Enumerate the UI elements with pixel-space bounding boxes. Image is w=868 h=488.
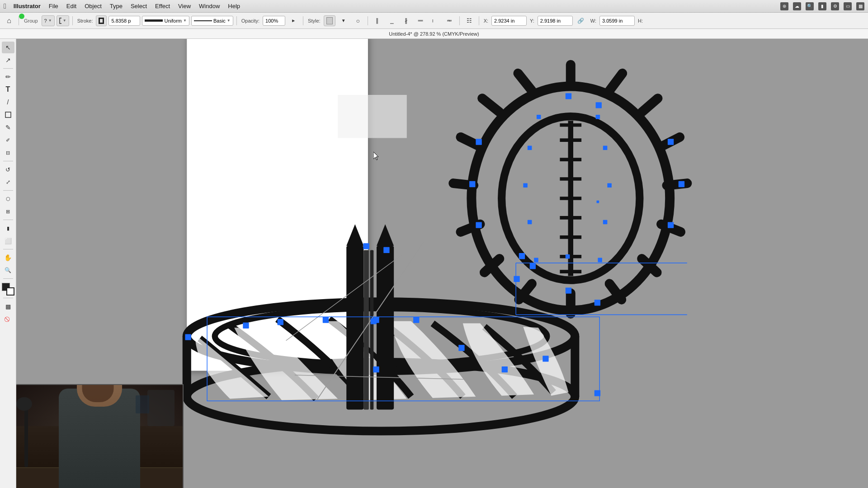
search-icon[interactable]: 🔍 xyxy=(806,2,814,10)
link-proportions-btn[interactable]: 🔗 xyxy=(575,15,587,27)
tool-sep-1 xyxy=(3,68,13,69)
graph-btn[interactable]: ▮ xyxy=(2,222,14,234)
tool-sep-2 xyxy=(3,161,13,161)
svg-rect-72 xyxy=(323,317,329,323)
tool-sep-5 xyxy=(3,249,13,249)
svg-rect-76 xyxy=(502,366,508,372)
battery-icon: ▮ xyxy=(818,2,826,10)
pencil-btn[interactable]: ✐ xyxy=(2,134,14,146)
artboard-btn[interactable]: ⬜ xyxy=(2,235,14,247)
menu-illustrator[interactable]: Illustrator xyxy=(10,2,44,10)
menu-help[interactable]: Help xyxy=(224,2,244,10)
rect-tool-btn[interactable] xyxy=(2,109,14,121)
svg-rect-81 xyxy=(363,243,369,249)
svg-rect-50 xyxy=(469,181,475,187)
opacity-more-btn[interactable]: ► xyxy=(287,15,300,27)
controls-icon[interactable]: ▭ xyxy=(844,2,852,10)
svg-rect-84 xyxy=(373,366,379,372)
toolbar-sep-3 xyxy=(236,16,237,25)
selection-tool-btn[interactable]: ↖ xyxy=(2,42,14,53)
align-top-btn[interactable]: ∥ xyxy=(415,14,427,27)
stroke-label: Stroke: xyxy=(76,18,94,23)
appearance-btn[interactable]: ○ xyxy=(352,15,364,27)
recording-indicator xyxy=(19,14,24,19)
tool-sep-3 xyxy=(3,190,13,191)
stroke-weight-input[interactable]: 5.8358 p xyxy=(108,16,140,26)
menu-type[interactable]: Type xyxy=(106,2,126,10)
stroke-color-btn[interactable] xyxy=(96,15,107,26)
svg-rect-66 xyxy=(537,115,541,119)
svg-rect-64 xyxy=(528,146,532,150)
svg-rect-60 xyxy=(528,220,532,225)
settings-icon[interactable]: ⚙ xyxy=(831,2,839,10)
align-right-btn[interactable]: ∦ xyxy=(400,15,413,27)
svg-rect-0 xyxy=(60,18,61,23)
svg-rect-61 xyxy=(603,220,608,225)
stroke-preview-basic xyxy=(194,20,212,21)
direct-selection-btn[interactable]: ↗ xyxy=(2,54,14,66)
svg-rect-75 xyxy=(458,345,464,351)
group-options-btn[interactable]: ? ▼ xyxy=(42,15,55,26)
zoom-btn[interactable]: 🔍 xyxy=(2,264,14,276)
menu-window[interactable]: Window xyxy=(195,2,223,10)
apple-menu[interactable]:  xyxy=(4,2,6,10)
svg-rect-53 xyxy=(679,181,684,187)
paintbrush-btn[interactable]: ✎ xyxy=(2,122,14,133)
document-info: Untitled-4* @ 278.92 % (CMYK/Preview) xyxy=(389,31,479,37)
svg-rect-89 xyxy=(594,390,600,396)
tool-sep-6 xyxy=(3,278,13,279)
svg-rect-1 xyxy=(5,112,11,117)
system-tray: ⊛ ☁ 🔍 ▮ ⚙ ▭ ▩ xyxy=(780,2,864,10)
symbol-btn[interactable]: ⊞ xyxy=(2,206,14,217)
h-label: H: xyxy=(637,18,644,23)
style-options-btn[interactable]: ▼ xyxy=(337,15,350,27)
line-tool-btn[interactable]: / xyxy=(2,96,14,108)
opacity-input[interactable]: 100% xyxy=(263,16,285,26)
menu-file[interactable]: File xyxy=(45,2,62,10)
align-bottom-btn[interactable]: ∦ xyxy=(444,14,456,27)
toolbar-sep-4 xyxy=(303,16,303,25)
rotate-btn[interactable]: ↺ xyxy=(2,164,14,175)
y-label: Y: xyxy=(528,18,536,23)
menu-view[interactable]: View xyxy=(175,2,194,10)
webcam-background xyxy=(16,385,183,488)
home-button[interactable]: ⌂ xyxy=(3,15,15,27)
fill-stroke-swatch[interactable] xyxy=(2,283,14,296)
x-input[interactable]: 2.9234 in xyxy=(491,16,527,26)
eraser-btn[interactable]: ⊟ xyxy=(2,147,14,159)
stroke-style-label: Basic xyxy=(213,18,226,23)
menu-edit[interactable]: Edit xyxy=(63,2,80,10)
gradient-btn[interactable]: ▩ xyxy=(2,300,14,312)
svg-rect-83 xyxy=(373,317,379,323)
svg-rect-52 xyxy=(668,139,674,145)
pen-tool-btn[interactable]: ✏ xyxy=(2,71,14,83)
menu-object[interactable]: Object xyxy=(81,2,105,10)
question-icon: ? xyxy=(44,18,47,23)
menu-effect[interactable]: Effect xyxy=(151,2,174,10)
svg-rect-65 xyxy=(603,146,608,150)
w-input[interactable]: 3.0599 in xyxy=(599,16,635,26)
align-center-h-btn[interactable]: ⎯ xyxy=(386,15,398,27)
style-swatch[interactable] xyxy=(324,15,335,26)
y-input[interactable]: 2.9198 in xyxy=(538,16,573,26)
blend-btn[interactable]: ⬡ xyxy=(2,193,14,205)
stroke-type-dropdown[interactable]: Uniform ▼ xyxy=(142,16,189,26)
w-label: W: xyxy=(589,18,598,23)
type-tool-btn[interactable]: T xyxy=(2,84,14,95)
group-label: Group xyxy=(22,18,40,23)
svg-rect-59 xyxy=(598,258,602,263)
align-left-btn[interactable]: ∥ xyxy=(371,15,384,27)
hand-btn[interactable]: ✋ xyxy=(2,252,14,263)
menu-bar:  Illustrator File Edit Object Type Sele… xyxy=(0,0,868,13)
grid-btn[interactable]: ☷ xyxy=(463,15,476,27)
toolbar-sep-6 xyxy=(459,16,460,25)
align-center-v-btn[interactable]: ⎯ xyxy=(429,14,441,27)
stroke-style-dropdown[interactable]: Basic ▼ xyxy=(191,16,233,26)
scale-btn[interactable]: ⤢ xyxy=(2,176,14,188)
shape-selector[interactable]: ▼ xyxy=(57,15,69,26)
canvas[interactable] xyxy=(16,39,868,488)
none-btn[interactable]: ⃠ xyxy=(2,313,14,325)
svg-rect-58 xyxy=(534,258,538,263)
svg-rect-68 xyxy=(597,201,599,203)
menu-select[interactable]: Select xyxy=(127,2,151,10)
